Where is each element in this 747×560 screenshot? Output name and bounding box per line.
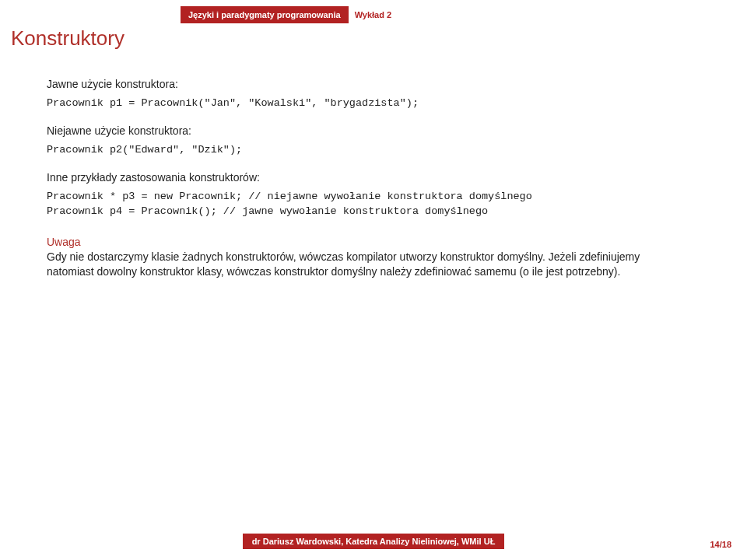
lecture-label: Wykład 2 — [349, 6, 398, 23]
slide-footer: dr Dariusz Wardowski, Katedra Analizy Ni… — [0, 534, 747, 549]
explicit-use-code: Pracownik p1 = Pracownik("Jan", "Kowalsk… — [47, 96, 700, 110]
author-pill: dr Dariusz Wardowski, Katedra Analizy Ni… — [243, 534, 505, 549]
note-body: Gdy nie dostarczymy klasie żadnych konst… — [47, 250, 685, 279]
implicit-use-label: Niejawne użycie konstruktora: — [47, 124, 700, 137]
other-examples-label: Inne przykłady zastosowania konstruktoró… — [47, 171, 700, 184]
explicit-use-label: Jawne użycie konstruktora: — [47, 78, 700, 90]
other-examples-code: Pracownik * p3 = new Pracownik; // nieja… — [47, 190, 700, 218]
note-title: Uwaga — [47, 236, 700, 248]
page-number: 14/18 — [710, 540, 731, 549]
course-pill: Języki i paradygmaty programowania — [181, 6, 349, 23]
slide-content: Jawne użycie konstruktora: Pracownik p1 … — [47, 78, 700, 279]
slide-header: Języki i paradygmaty programowania Wykła… — [181, 6, 398, 23]
implicit-use-code: Pracownik p2("Edward", "Dzik"); — [47, 143, 700, 157]
slide-title: Konstruktory — [11, 26, 124, 51]
